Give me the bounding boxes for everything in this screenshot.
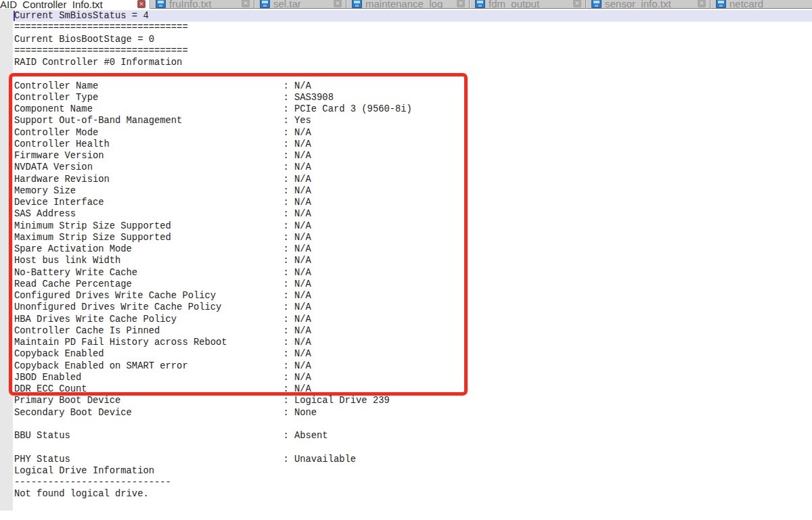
editor-line: Controller Type : SAS3908 [14, 92, 412, 103]
bookmark-margin [0, 9, 13, 511]
editor-line: Host bus link Width : N/A [14, 255, 412, 266]
tab-raid-controller-info[interactable]: AID_Controller_Info.txt✕ [0, 0, 150, 9]
editor-line: ---------------------------- [14, 477, 412, 488]
save-icon [260, 0, 270, 8]
editor-line: =============================== [14, 22, 412, 33]
editor-line: Read Cache Percentage : N/A [14, 279, 412, 290]
editor-line: DDR ECC Count : N/A [14, 383, 412, 395]
close-icon[interactable]: ✕ [573, 0, 581, 7]
editor-line: PHY Status : Unavailable [14, 454, 412, 465]
tab-label: sel.tar [273, 0, 301, 9]
tab-content: maintenance_log✕ [347, 0, 469, 9]
close-icon[interactable]: ✕ [242, 0, 250, 7]
editor-line: Copyback Enabled on SMART error : N/A [14, 360, 412, 372]
editor-line: JBOD Enabled : N/A [14, 372, 412, 383]
tab-fruinfo[interactable]: fruInfo.txt✕ [150, 0, 254, 9]
tab-fdm-output[interactable]: fdm_output✕ [470, 0, 586, 9]
tab-label: maintenance_log [365, 0, 443, 9]
editor-line: BBU Status : Absent [14, 430, 412, 442]
editor-line: Hardware Revision : N/A [14, 174, 412, 185]
close-icon[interactable]: ✕ [698, 0, 706, 7]
editor-line: Firmware Version : N/A [14, 150, 412, 162]
editor-line: Component Name : PCIe Card 3 (9560-8i) [14, 103, 412, 115]
tab-content: netcard_✕ [711, 0, 812, 9]
editor-line: Minimum Strip Size Supported : N/A [14, 220, 412, 232]
editor-line: Controller Cache Is Pinned : N/A [14, 325, 412, 337]
close-icon[interactable]: ✕ [457, 0, 465, 7]
editor-line: Copyback Enabled : N/A [14, 348, 412, 360]
editor-line: Memory Size : N/A [14, 185, 412, 197]
tab-content: sensor_info.txt✕ [587, 0, 710, 9]
tab-sel-tar[interactable]: sel.tar✕ [254, 0, 346, 9]
tab-netcard[interactable]: netcard_✕ [710, 0, 812, 9]
editor-line: RAID Controller #0 Information [14, 57, 412, 68]
save-icon [475, 0, 485, 8]
close-icon[interactable]: ✕ [137, 0, 145, 8]
editor-line: Current SmBiosStatus = 4 [14, 10, 412, 22]
save-icon [352, 0, 362, 8]
tab-bar: AID_Controller_Info.txt✕fruInfo.txt✕sel.… [0, 0, 812, 9]
tab-content: sel.tar✕ [255, 0, 346, 9]
editor-line: Controller Health : N/A [14, 139, 412, 150]
save-icon [591, 0, 602, 8]
editor-line: NVDATA Version : N/A [14, 162, 412, 173]
editor-line [14, 419, 412, 430]
editor-line: Support Out-of-Band Management : Yes [14, 115, 412, 126]
editor-line: Secondary Boot Device : None [14, 407, 412, 419]
editor-line: Configured Drives Write Cache Policy : N… [14, 290, 412, 302]
editor-area[interactable]: Current SmBiosStatus = 4================… [0, 9, 812, 520]
editor-line: Unonfigured Drives Write Cache Policy : … [14, 302, 412, 313]
tab-label: sensor_info.txt [605, 0, 671, 9]
editor-line: Maintain PD Fail History across Reboot :… [14, 337, 412, 348]
editor-line: Not found logical drive. [14, 488, 412, 500]
editor-line: Controller Name : N/A [14, 80, 412, 92]
editor-line: Logical Drive Information [14, 465, 412, 477]
editor-line [14, 442, 412, 453]
editor-line: Current BiosBootStage = 0 [14, 34, 412, 45]
editor-line: Primary Boot Device : Logical Drive 239 [14, 395, 412, 406]
document-text: Current SmBiosStatus = 4================… [14, 10, 412, 500]
editor-line: Maximum Strip Size Supported : N/A [14, 232, 412, 243]
editor-line: =============================== [14, 45, 412, 57]
tab-content: AID_Controller_Info.txt✕ [0, 0, 150, 9]
editor-line: SAS Address : N/A [14, 208, 412, 220]
tab-content: fruInfo.txt✕ [151, 0, 254, 9]
tab-label: fdm_output [489, 0, 539, 9]
editor-line: Device Interface : N/A [14, 197, 412, 208]
save-icon [716, 0, 726, 8]
tab-label: fruInfo.txt [169, 0, 212, 9]
editor-line: HBA Drives Write Cache Policy : N/A [14, 314, 412, 325]
tab-label: netcard_ [729, 0, 769, 9]
editor-line: No-Battery Write Cache : N/A [14, 267, 412, 279]
editor-line: Controller Mode : N/A [14, 127, 412, 139]
close-icon[interactable]: ✕ [334, 0, 342, 7]
save-icon [156, 0, 166, 8]
editor-line: Spare Activation Mode : N/A [14, 243, 412, 255]
editor-line [14, 68, 412, 80]
tab-label: AID_Controller_Info.txt [0, 0, 103, 9]
tab-content: fdm_output✕ [470, 0, 585, 9]
editor-window: AID_Controller_Info.txt✕fruInfo.txt✕sel.… [0, 0, 812, 520]
tab-maintenance-log[interactable]: maintenance_log✕ [346, 0, 470, 9]
tab-sensor-info[interactable]: sensor_info.txt✕ [586, 0, 710, 9]
